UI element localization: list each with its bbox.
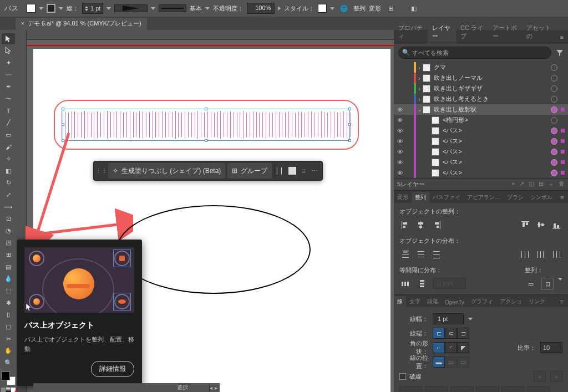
dash-align-icon[interactable]: ⟐ xyxy=(550,371,562,382)
dist-hcenter-icon[interactable] xyxy=(535,248,547,261)
dash-input[interactable] xyxy=(527,386,550,392)
target-icon[interactable] xyxy=(551,75,557,82)
cap-projecting-icon[interactable]: ⊐ xyxy=(457,328,469,339)
layer-row[interactable]: 👁 <パス> xyxy=(394,125,568,136)
more-icon[interactable]: ⋯ xyxy=(310,166,319,175)
close-icon[interactable]: × xyxy=(21,21,24,27)
canvas-area[interactable]: ⋮⋮ ✧ 生成塗りつぶし (シェイプ) (Beta) ⊞ グループ ▏▏ ≡ ⋯ xyxy=(17,30,394,392)
symbol-tool[interactable]: ✱ xyxy=(2,297,15,308)
corner-round-icon[interactable]: ◜ xyxy=(445,342,457,353)
layer-row[interactable]: › クマ xyxy=(394,62,568,73)
lasso-tool[interactable]: 〰 xyxy=(2,69,15,80)
cap-round-icon[interactable]: ⊂ xyxy=(445,328,457,339)
stroke-width-input[interactable]: 1 pt xyxy=(433,313,464,324)
filter-icon[interactable] xyxy=(556,49,564,57)
tab-pathfinder[interactable]: パスファイ xyxy=(429,192,464,203)
tab-appearance[interactable]: アピアラン… xyxy=(464,192,504,203)
magic-wand-tool[interactable]: ✦ xyxy=(2,57,15,68)
layer-name[interactable]: クマ xyxy=(434,63,549,72)
visibility-icon[interactable]: 👁 xyxy=(394,159,406,166)
export-icon[interactable]: ↗ xyxy=(519,180,524,189)
eraser-tool[interactable]: ◧ xyxy=(2,165,15,176)
align-left-icon[interactable] xyxy=(399,219,412,231)
ellipse-object[interactable] xyxy=(116,205,311,294)
align-top-icon[interactable] xyxy=(519,219,531,231)
zoom-tool[interactable]: 🔍 xyxy=(2,358,15,369)
stroke-center-icon[interactable]: ▬ xyxy=(433,357,445,368)
locate-icon[interactable]: ⌖ xyxy=(511,180,515,189)
tab-layers[interactable]: レイヤー xyxy=(428,22,457,43)
eyedropper-tool[interactable]: 💧 xyxy=(2,273,15,284)
disclosure-icon[interactable]: › xyxy=(416,64,423,71)
visibility-icon[interactable]: 👁 xyxy=(394,106,406,113)
type-tool[interactable]: T xyxy=(2,105,15,116)
align-right-icon[interactable] xyxy=(430,219,443,231)
chevron-down-icon[interactable] xyxy=(205,7,210,10)
layer-name[interactable]: 吹き出しノーマル xyxy=(434,74,549,82)
free-transform-tool[interactable]: ⊡ xyxy=(2,213,15,225)
width-profile[interactable] xyxy=(159,4,186,12)
learn-more-button[interactable]: 詳細情報 xyxy=(91,361,134,377)
perspective-tool[interactable]: ◳ xyxy=(2,237,15,248)
fill-stroke-indicator[interactable] xyxy=(1,371,16,385)
chevron-down-icon[interactable] xyxy=(39,7,43,10)
layer-name[interactable]: <パス> xyxy=(443,147,549,156)
tab-brushes[interactable]: ブラシ xyxy=(504,192,527,203)
tab-character[interactable]: 文字 xyxy=(406,296,424,307)
align-to-selection-icon[interactable]: ⊡ xyxy=(541,278,554,290)
brush-preset[interactable] xyxy=(114,4,148,12)
tab-symbols[interactable]: シンボル xyxy=(527,192,556,203)
fill-icon[interactable] xyxy=(288,166,297,175)
layer-search-input[interactable]: すべてを検索 xyxy=(398,47,551,59)
tab-properties[interactable]: プロパティ xyxy=(394,22,428,43)
layer-name[interactable]: <パス> xyxy=(443,126,549,135)
tab-graphic-styles[interactable]: グラフィ xyxy=(468,296,496,307)
line-tool[interactable]: ╱ xyxy=(2,118,15,129)
blend-object[interactable] xyxy=(54,100,359,150)
target-icon[interactable] xyxy=(551,149,557,155)
layer-row[interactable]: 👁 <楕円形> xyxy=(394,115,568,125)
tab-assets[interactable]: アセットの xyxy=(522,22,556,43)
panel-menu-icon[interactable]: ≡ xyxy=(556,296,568,307)
visibility-icon[interactable]: 👁 xyxy=(394,138,406,145)
dash-input[interactable] xyxy=(501,386,525,392)
layer-row[interactable]: › 吹き出しノーマル xyxy=(394,73,568,83)
layer-row[interactable]: 👁 ⌄ 吹き出し放射状 xyxy=(394,104,568,115)
align-button[interactable]: 整列 xyxy=(353,4,366,13)
scale-tool[interactable]: ⤢ xyxy=(2,190,15,201)
miter-limit-input[interactable]: 10 xyxy=(540,342,562,353)
group-button[interactable]: ⊞ グループ xyxy=(227,163,272,179)
pen-tool[interactable]: ✒ xyxy=(2,82,15,93)
layer-row[interactable]: 👁 <パス> xyxy=(394,146,568,157)
dist-v-space-icon[interactable] xyxy=(416,278,428,290)
color-mode-icon[interactable] xyxy=(1,388,6,392)
layer-name[interactable]: 吹き出しギザギザ xyxy=(434,84,549,93)
dist-left-icon[interactable] xyxy=(519,248,531,261)
dist-top-icon[interactable] xyxy=(399,248,412,261)
align-vcenter-icon[interactable] xyxy=(535,219,547,231)
dash-input[interactable] xyxy=(476,386,499,392)
target-icon[interactable] xyxy=(551,96,557,103)
dist-vcenter-icon[interactable] xyxy=(415,248,427,261)
align-to-key-icon[interactable]: ▭ xyxy=(525,278,537,290)
align-left-icon[interactable]: ▏▏ xyxy=(277,166,286,175)
target-icon[interactable] xyxy=(551,170,557,176)
shaper-tool[interactable]: ✧ xyxy=(2,154,15,165)
panel-menu-icon[interactable]: ≡ xyxy=(556,32,568,43)
target-icon[interactable] xyxy=(551,128,557,134)
chevron-down-icon[interactable] xyxy=(330,7,334,10)
stroke-inside-icon[interactable]: ▭ xyxy=(445,357,457,368)
layer-name[interactable]: <パス> xyxy=(443,137,549,145)
document-tab[interactable]: × デモ 6.ai* @ 94.01 % (CMYK/プレビュー) xyxy=(16,18,147,30)
graph-tool[interactable]: ▯ xyxy=(2,309,15,320)
dist-h-space-icon[interactable] xyxy=(399,278,412,290)
crop-icon[interactable]: ◧ xyxy=(408,2,420,14)
disclosure-icon[interactable]: › xyxy=(416,85,423,92)
target-icon[interactable] xyxy=(551,159,557,166)
dash-preserve-icon[interactable]: ⟐ xyxy=(534,371,546,382)
tab-actions[interactable]: アクショ xyxy=(496,296,525,307)
disclosure-icon[interactable]: ⌄ xyxy=(416,106,423,113)
direct-selection-tool[interactable] xyxy=(2,45,15,57)
stroke-outside-icon[interactable]: ▭ xyxy=(457,357,469,368)
layer-row[interactable]: › 吹き出し考えるとき xyxy=(394,94,568,104)
